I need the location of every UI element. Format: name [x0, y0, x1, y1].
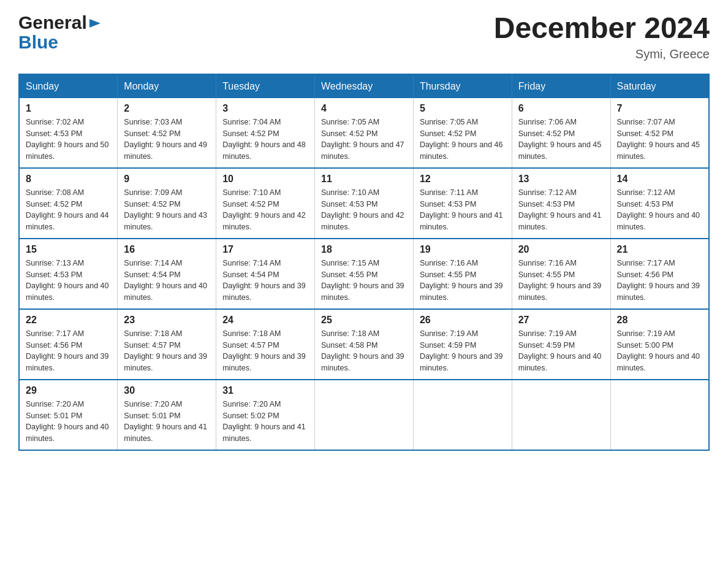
header-sunday: Sunday: [19, 74, 118, 98]
sunset-label: Sunset: 4:52 PM: [124, 200, 180, 209]
daylight-label: Daylight: 9 hours and 41 minutes.: [420, 211, 503, 231]
day-number: 3: [222, 103, 308, 114]
day-info: Sunrise: 7:15 AM Sunset: 4:55 PM Dayligh…: [321, 258, 407, 304]
daylight-label: Daylight: 9 hours and 39 minutes.: [518, 282, 602, 302]
calendar-week-row: 15 Sunrise: 7:13 AM Sunset: 4:53 PM Dayl…: [19, 239, 709, 309]
sunrise-label: Sunrise: 7:15 AM: [321, 259, 379, 267]
daylight-label: Daylight: 9 hours and 42 minutes.: [321, 211, 404, 231]
day-number: 20: [518, 244, 604, 255]
calendar-cell: 31 Sunrise: 7:20 AM Sunset: 5:02 PM Dayl…: [216, 380, 315, 450]
calendar-cell: 27 Sunrise: 7:19 AM Sunset: 4:59 PM Dayl…: [512, 309, 610, 380]
daylight-label: Daylight: 9 hours and 42 minutes.: [222, 211, 306, 231]
calendar-cell: 22 Sunrise: 7:17 AM Sunset: 4:56 PM Dayl…: [19, 309, 118, 380]
calendar-cell: 19 Sunrise: 7:16 AM Sunset: 4:55 PM Dayl…: [413, 239, 512, 309]
calendar-header-row: Sunday Monday Tuesday Wednesday Thursday…: [19, 74, 709, 98]
sunset-label: Sunset: 4:52 PM: [26, 200, 82, 209]
daylight-label: Daylight: 9 hours and 40 minutes.: [617, 352, 700, 372]
daylight-label: Daylight: 9 hours and 40 minutes.: [26, 423, 109, 443]
calendar-cell: 18 Sunrise: 7:15 AM Sunset: 4:55 PM Dayl…: [315, 239, 414, 309]
sunrise-label: Sunrise: 7:10 AM: [321, 188, 379, 197]
daylight-label: Daylight: 9 hours and 50 minutes.: [26, 140, 109, 161]
sunrise-label: Sunrise: 7:18 AM: [222, 329, 281, 338]
calendar-cell: 5 Sunrise: 7:05 AM Sunset: 4:52 PM Dayli…: [413, 98, 512, 168]
daylight-label: Daylight: 9 hours and 45 minutes.: [518, 140, 602, 161]
sunrise-label: Sunrise: 7:06 AM: [518, 118, 577, 126]
day-number: 23: [124, 315, 210, 326]
day-info: Sunrise: 7:16 AM Sunset: 4:55 PM Dayligh…: [518, 258, 604, 304]
daylight-label: Daylight: 9 hours and 46 minutes.: [420, 140, 503, 161]
day-number: 24: [222, 315, 308, 326]
sunrise-label: Sunrise: 7:12 AM: [617, 188, 675, 197]
day-number: 29: [26, 385, 111, 396]
header-friday: Friday: [512, 74, 610, 98]
sunset-label: Sunset: 4:57 PM: [222, 341, 279, 350]
day-info: Sunrise: 7:08 AM Sunset: 4:52 PM Dayligh…: [26, 187, 111, 233]
sunset-label: Sunset: 4:52 PM: [617, 129, 673, 138]
sunrise-label: Sunrise: 7:16 AM: [518, 259, 577, 267]
calendar-cell: 13 Sunrise: 7:12 AM Sunset: 4:53 PM Dayl…: [512, 168, 610, 239]
daylight-label: Daylight: 9 hours and 40 minutes.: [124, 282, 207, 302]
daylight-label: Daylight: 9 hours and 48 minutes.: [222, 140, 306, 161]
calendar-table: Sunday Monday Tuesday Wednesday Thursday…: [18, 74, 710, 451]
sunset-label: Sunset: 4:53 PM: [420, 200, 476, 209]
day-number: 22: [26, 315, 111, 326]
daylight-label: Daylight: 9 hours and 40 minutes.: [26, 282, 109, 302]
daylight-label: Daylight: 9 hours and 39 minutes.: [124, 352, 207, 372]
day-info: Sunrise: 7:19 AM Sunset: 4:59 PM Dayligh…: [420, 328, 506, 374]
day-info: Sunrise: 7:20 AM Sunset: 5:01 PM Dayligh…: [124, 399, 210, 445]
logo: General Blue: [18, 12, 102, 52]
header-saturday: Saturday: [610, 74, 709, 98]
sunrise-label: Sunrise: 7:18 AM: [321, 329, 379, 338]
day-number: 25: [321, 315, 407, 326]
day-info: Sunrise: 7:14 AM Sunset: 4:54 PM Dayligh…: [222, 258, 308, 304]
calendar-cell: 23 Sunrise: 7:18 AM Sunset: 4:57 PM Dayl…: [118, 309, 216, 380]
sunset-label: Sunset: 4:58 PM: [321, 341, 377, 350]
calendar-cell: 10 Sunrise: 7:10 AM Sunset: 4:52 PM Dayl…: [216, 168, 315, 239]
day-info: Sunrise: 7:11 AM Sunset: 4:53 PM Dayligh…: [420, 187, 506, 233]
sunset-label: Sunset: 4:53 PM: [321, 200, 377, 209]
day-info: Sunrise: 7:12 AM Sunset: 4:53 PM Dayligh…: [617, 187, 702, 233]
header-tuesday: Tuesday: [216, 74, 315, 98]
calendar-cell: 4 Sunrise: 7:05 AM Sunset: 4:52 PM Dayli…: [315, 98, 414, 168]
sunrise-label: Sunrise: 7:19 AM: [617, 329, 675, 338]
calendar-cell: 2 Sunrise: 7:03 AM Sunset: 4:52 PM Dayli…: [118, 98, 216, 168]
day-info: Sunrise: 7:19 AM Sunset: 4:59 PM Dayligh…: [518, 328, 604, 374]
day-number: 9: [124, 174, 210, 185]
day-number: 27: [518, 315, 604, 326]
sunrise-label: Sunrise: 7:08 AM: [26, 188, 84, 197]
sunset-label: Sunset: 5:01 PM: [124, 412, 180, 420]
calendar-cell: 3 Sunrise: 7:04 AM Sunset: 4:52 PM Dayli…: [216, 98, 315, 168]
sunset-label: Sunset: 4:52 PM: [124, 129, 180, 138]
sunrise-label: Sunrise: 7:16 AM: [420, 259, 478, 267]
day-info: Sunrise: 7:07 AM Sunset: 4:52 PM Dayligh…: [617, 117, 702, 163]
sunset-label: Sunset: 4:52 PM: [222, 129, 279, 138]
sunset-label: Sunset: 4:52 PM: [518, 129, 575, 138]
calendar-cell: 29 Sunrise: 7:20 AM Sunset: 5:01 PM Dayl…: [19, 380, 118, 450]
sunrise-label: Sunrise: 7:20 AM: [222, 400, 281, 408]
calendar-cell: 11 Sunrise: 7:10 AM Sunset: 4:53 PM Dayl…: [315, 168, 414, 239]
day-info: Sunrise: 7:16 AM Sunset: 4:55 PM Dayligh…: [420, 258, 506, 304]
daylight-label: Daylight: 9 hours and 41 minutes.: [124, 423, 207, 443]
day-info: Sunrise: 7:18 AM Sunset: 4:57 PM Dayligh…: [124, 328, 210, 374]
sunrise-label: Sunrise: 7:18 AM: [124, 329, 182, 338]
day-number: 13: [518, 174, 604, 185]
sunrise-label: Sunrise: 7:05 AM: [321, 118, 379, 126]
sunrise-label: Sunrise: 7:03 AM: [124, 118, 182, 126]
day-number: 26: [420, 315, 506, 326]
calendar-cell: 7 Sunrise: 7:07 AM Sunset: 4:52 PM Dayli…: [610, 98, 709, 168]
day-info: Sunrise: 7:13 AM Sunset: 4:53 PM Dayligh…: [26, 258, 111, 304]
daylight-label: Daylight: 9 hours and 39 minutes.: [617, 282, 700, 302]
calendar-cell: 20 Sunrise: 7:16 AM Sunset: 4:55 PM Dayl…: [512, 239, 610, 309]
sunset-label: Sunset: 4:53 PM: [26, 129, 82, 138]
logo-general: General: [18, 12, 87, 33]
sunset-label: Sunset: 4:59 PM: [518, 341, 575, 350]
calendar-week-row: 22 Sunrise: 7:17 AM Sunset: 4:56 PM Dayl…: [19, 309, 709, 380]
sunrise-label: Sunrise: 7:07 AM: [617, 118, 675, 126]
calendar-cell: [610, 380, 709, 450]
calendar-cell: [512, 380, 610, 450]
sunrise-label: Sunrise: 7:10 AM: [222, 188, 281, 197]
day-number: 4: [321, 103, 407, 114]
sunset-label: Sunset: 4:59 PM: [420, 341, 476, 350]
day-number: 21: [617, 244, 702, 255]
calendar-cell: 9 Sunrise: 7:09 AM Sunset: 4:52 PM Dayli…: [118, 168, 216, 239]
